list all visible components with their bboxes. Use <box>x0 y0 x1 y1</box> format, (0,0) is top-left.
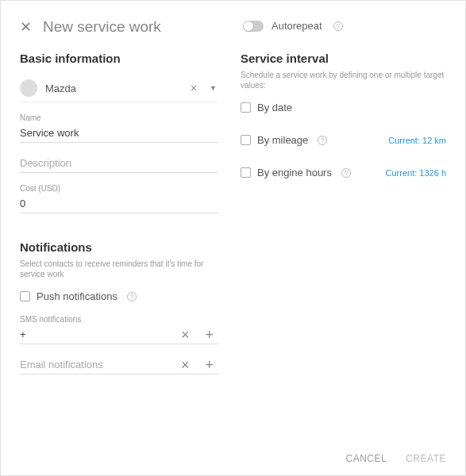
dialog-footer: CANCEL CREATE <box>346 453 446 464</box>
sms-field: SMS notifications × + <box>20 315 218 344</box>
vehicle-select[interactable]: Mazda × ▼ <box>20 75 218 102</box>
notifications-section: Notifications Select contacts to receive… <box>20 240 218 374</box>
vehicle-name: Mazda <box>45 83 179 94</box>
add-sms-icon[interactable]: + <box>200 328 218 342</box>
by-engine-label: By engine hours <box>257 167 332 178</box>
right-column: Service interval Schedule a service work… <box>241 52 446 386</box>
help-icon[interactable]: ? <box>341 168 351 178</box>
close-icon[interactable]: ✕ <box>20 20 32 34</box>
push-checkbox[interactable] <box>20 291 30 301</box>
by-date-row: By date <box>241 102 446 113</box>
add-email-icon[interactable]: + <box>200 358 218 372</box>
chevron-down-icon[interactable]: ▼ <box>208 84 218 92</box>
by-date-checkbox[interactable] <box>241 102 251 113</box>
notifications-subtitle: Select contacts to receive reminders tha… <box>20 259 218 279</box>
clear-vehicle-icon[interactable]: × <box>187 82 200 94</box>
autorepeat-toggle[interactable] <box>243 21 264 32</box>
notifications-title: Notifications <box>20 240 218 254</box>
interval-title: Service interval <box>241 52 446 65</box>
new-service-work-dialog: ✕ New service work Autorepeat ? Basic in… <box>0 0 466 476</box>
remove-sms-icon[interactable]: × <box>176 328 194 342</box>
create-button[interactable]: CREATE <box>406 453 446 464</box>
push-label: Push notifications <box>37 290 117 302</box>
engine-current: Current: 1326 h <box>386 168 446 178</box>
interval-subtitle: Schedule a service work by defining one … <box>241 70 446 90</box>
autorepeat-label: Autorepeat <box>272 20 322 32</box>
cost-input[interactable] <box>20 194 218 213</box>
by-engine-checkbox[interactable] <box>241 167 251 178</box>
left-column: Basic information Mazda × ▼ Name Cost (U… <box>20 52 218 386</box>
sms-label: SMS notifications <box>20 315 218 324</box>
autorepeat-control: Autorepeat ? <box>243 20 343 32</box>
basic-info-title: Basic information <box>20 52 218 65</box>
sms-input[interactable] <box>20 325 170 344</box>
by-mileage-row: By mileage ? Current: 12 km <box>241 134 446 146</box>
name-label: Name <box>20 113 218 122</box>
description-input[interactable] <box>20 154 218 173</box>
email-input[interactable] <box>20 355 170 374</box>
dialog-title: New service work <box>43 18 161 36</box>
by-engine-row: By engine hours ? Current: 1326 h <box>241 167 446 178</box>
mileage-current: Current: 12 km <box>388 136 446 145</box>
push-notifications-row: Push notifications ? <box>20 290 218 302</box>
help-icon[interactable]: ? <box>127 292 137 301</box>
dialog-header: ✕ New service work <box>20 18 446 36</box>
by-date-label: By date <box>257 102 292 113</box>
description-field <box>20 154 218 173</box>
help-icon[interactable]: ? <box>318 136 327 145</box>
cost-label: Cost (USD) <box>20 184 218 193</box>
help-icon[interactable]: ? <box>333 21 343 31</box>
by-mileage-checkbox[interactable] <box>241 135 251 145</box>
cancel-button[interactable]: CANCEL <box>346 453 387 464</box>
by-mileage-label: By mileage <box>257 134 308 146</box>
vehicle-avatar <box>20 79 37 97</box>
name-field: Name <box>20 113 218 143</box>
name-input[interactable] <box>20 124 218 143</box>
remove-email-icon[interactable]: × <box>176 358 194 372</box>
email-field: × + <box>20 355 218 374</box>
cost-field: Cost (USD) <box>20 184 218 213</box>
